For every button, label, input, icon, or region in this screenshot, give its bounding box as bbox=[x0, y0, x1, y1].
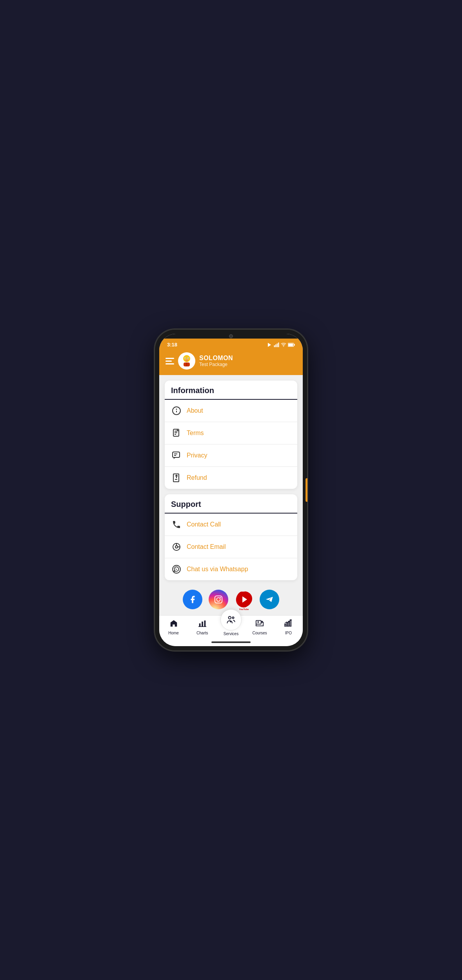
courses-label: Courses bbox=[253, 631, 267, 635]
nav-charts[interactable]: Charts bbox=[188, 619, 216, 635]
ipo-icon bbox=[284, 619, 293, 630]
nav-ipo[interactable]: IPO bbox=[274, 619, 303, 635]
youtube-button[interactable]: YouTube bbox=[235, 590, 253, 609]
telegram-button[interactable] bbox=[260, 590, 279, 609]
battery-icon bbox=[288, 342, 295, 347]
nav-courses[interactable]: Courses bbox=[246, 619, 274, 635]
phone-frame: 3:18 bbox=[155, 329, 307, 651]
courses-icon bbox=[255, 619, 264, 630]
email-icon bbox=[171, 541, 182, 552]
refund-label: Refund bbox=[187, 474, 207, 481]
svg-rect-34 bbox=[215, 596, 222, 603]
svg-point-31 bbox=[175, 546, 178, 548]
svg-rect-8 bbox=[294, 344, 295, 346]
svg-point-36 bbox=[220, 597, 221, 598]
svg-point-44 bbox=[262, 621, 263, 622]
about-item[interactable]: About bbox=[165, 400, 297, 422]
information-header: Information bbox=[165, 381, 297, 400]
svg-rect-47 bbox=[285, 624, 286, 626]
terms-label: Terms bbox=[187, 430, 204, 437]
status-bar: 3:18 bbox=[159, 339, 303, 349]
signal-icon bbox=[274, 342, 279, 348]
charts-label: Charts bbox=[196, 631, 208, 635]
svg-rect-3 bbox=[277, 343, 278, 347]
svg-point-5 bbox=[283, 346, 284, 347]
services-label: Services bbox=[224, 632, 238, 636]
app-name: SOLOMON bbox=[199, 355, 296, 362]
support-header: Support bbox=[165, 494, 297, 514]
svg-point-41 bbox=[229, 616, 231, 619]
privacy-icon bbox=[171, 450, 182, 461]
nav-home[interactable]: Home bbox=[159, 619, 188, 635]
services-circle bbox=[220, 609, 242, 630]
svg-rect-2 bbox=[275, 344, 276, 347]
wifi-icon bbox=[281, 342, 286, 348]
refund-icon bbox=[171, 472, 182, 483]
privacy-item[interactable]: Privacy bbox=[165, 444, 297, 467]
svg-point-42 bbox=[232, 617, 234, 618]
home-icon bbox=[169, 619, 178, 630]
svg-rect-39 bbox=[204, 620, 206, 627]
svg-rect-4 bbox=[278, 342, 279, 347]
home-label: Home bbox=[168, 631, 179, 635]
play-icon bbox=[267, 342, 272, 348]
avatar-icon bbox=[180, 354, 194, 368]
support-card: Support Contact Call bbox=[165, 494, 297, 580]
terms-icon bbox=[171, 428, 182, 439]
svg-marker-0 bbox=[268, 342, 271, 347]
contact-call-label: Contact Call bbox=[187, 521, 221, 528]
svg-rect-24 bbox=[173, 452, 180, 457]
status-time: 3:18 bbox=[167, 342, 177, 348]
nav-services[interactable]: Services bbox=[216, 609, 245, 636]
information-card: Information About bbox=[165, 381, 297, 489]
contact-email-label: Contact Email bbox=[187, 543, 226, 550]
main-content: Information About bbox=[159, 375, 303, 615]
top-bar: SOLOMON Test Package bbox=[159, 349, 303, 375]
avatar bbox=[178, 352, 195, 370]
svg-rect-1 bbox=[274, 345, 275, 347]
svg-rect-38 bbox=[202, 621, 203, 627]
charts-icon bbox=[198, 619, 207, 630]
whatsapp-icon bbox=[171, 564, 182, 575]
svg-point-14 bbox=[186, 359, 188, 361]
facebook-button[interactable] bbox=[183, 590, 202, 609]
whatsapp-item[interactable]: Chat us via Whatsapp bbox=[165, 558, 297, 580]
whatsapp-label: Chat us via Whatsapp bbox=[187, 566, 248, 573]
home-bar bbox=[211, 641, 251, 643]
hamburger-menu-icon[interactable] bbox=[166, 358, 174, 364]
bottom-nav: Home Charts bbox=[159, 615, 303, 640]
svg-rect-50 bbox=[290, 619, 291, 626]
header-text: SOLOMON Test Package bbox=[199, 355, 296, 367]
notch-area bbox=[159, 334, 303, 339]
privacy-label: Privacy bbox=[187, 452, 207, 459]
about-label: About bbox=[187, 407, 203, 414]
ipo-label: IPO bbox=[285, 631, 292, 635]
svg-point-12 bbox=[185, 358, 186, 359]
svg-rect-7 bbox=[288, 343, 293, 346]
phone-screen: 3:18 bbox=[159, 334, 303, 646]
refund-item[interactable]: Refund bbox=[165, 467, 297, 489]
svg-point-35 bbox=[216, 597, 220, 601]
contact-call-item[interactable]: Contact Call bbox=[165, 514, 297, 536]
app-subtitle: Test Package bbox=[199, 362, 296, 367]
phone-icon bbox=[171, 519, 182, 530]
instagram-button[interactable] bbox=[209, 590, 228, 609]
svg-point-13 bbox=[188, 358, 189, 359]
home-indicator bbox=[159, 640, 303, 646]
terms-item[interactable]: Terms bbox=[165, 422, 297, 444]
contact-email-item[interactable]: Contact Email bbox=[165, 536, 297, 558]
svg-rect-37 bbox=[199, 623, 201, 627]
about-icon bbox=[171, 405, 182, 416]
camera-dot bbox=[229, 334, 233, 338]
svg-rect-48 bbox=[287, 623, 288, 626]
status-icons bbox=[267, 342, 295, 348]
